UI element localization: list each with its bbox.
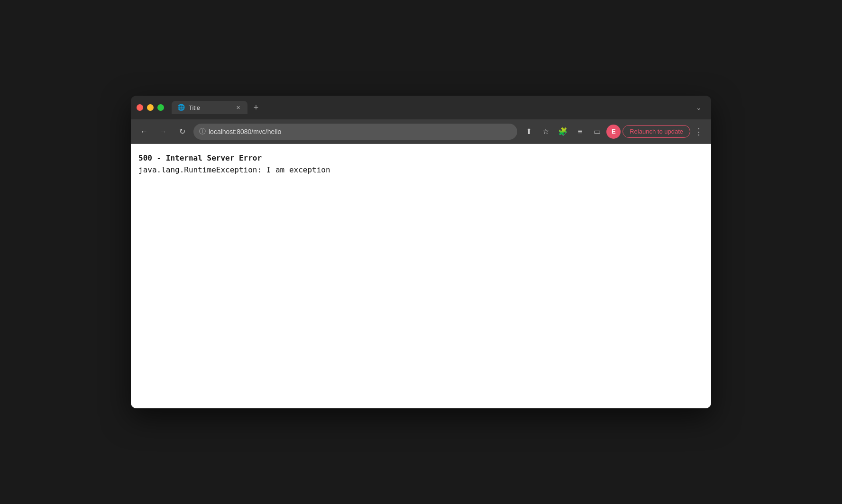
minimize-button[interactable]: [147, 104, 154, 111]
bookmark-button[interactable]: ☆: [538, 124, 553, 139]
tab-strip: 🌐 Title ✕ +: [172, 101, 688, 114]
active-tab[interactable]: 🌐 Title ✕: [172, 101, 247, 114]
profile-button[interactable]: E: [606, 125, 621, 139]
extensions-button[interactable]: 🧩: [555, 124, 570, 139]
info-icon: ⓘ: [199, 127, 206, 136]
share-button[interactable]: ⬆: [521, 124, 536, 139]
reload-button[interactable]: ↻: [174, 124, 190, 139]
forward-button[interactable]: →: [156, 124, 171, 139]
address-input[interactable]: [209, 128, 512, 135]
close-button[interactable]: [137, 104, 143, 111]
sidebar-button[interactable]: ▭: [589, 124, 604, 139]
media-router-button[interactable]: ≡: [572, 124, 587, 139]
error-title: 500 - Internal Server Error: [138, 153, 704, 162]
title-bar: 🌐 Title ✕ + ⌄: [131, 96, 711, 119]
tab-title: Title: [189, 104, 230, 111]
tab-close-button[interactable]: ✕: [234, 104, 242, 111]
traffic-lights: [137, 104, 164, 111]
globe-icon: 🌐: [177, 104, 185, 111]
relaunch-button[interactable]: Relaunch to update: [622, 125, 690, 138]
maximize-button[interactable]: [157, 104, 164, 111]
tab-overflow-button[interactable]: ⌄: [692, 101, 705, 114]
page-content: 500 - Internal Server Error java.lang.Ru…: [131, 144, 711, 408]
more-options-button[interactable]: ⋮: [692, 125, 705, 138]
toolbar-actions: ⬆ ☆ 🧩 ≡ ▭ E Relaunch to update ⋮: [521, 124, 705, 139]
address-bar-container[interactable]: ⓘ: [193, 124, 517, 140]
new-tab-button[interactable]: +: [249, 101, 263, 114]
nav-bar: ← → ↻ ⓘ ⬆ ☆ 🧩 ≡ ▭ E Relaunch to update ⋮: [131, 119, 711, 144]
back-button[interactable]: ←: [137, 124, 152, 139]
browser-window: 🌐 Title ✕ + ⌄ ← → ↻ ⓘ ⬆ ☆ 🧩 ≡ ▭ E Relaun…: [131, 96, 711, 408]
error-detail: java.lang.RuntimeException: I am excepti…: [138, 165, 704, 174]
relaunch-label: Relaunch to update: [630, 128, 683, 135]
